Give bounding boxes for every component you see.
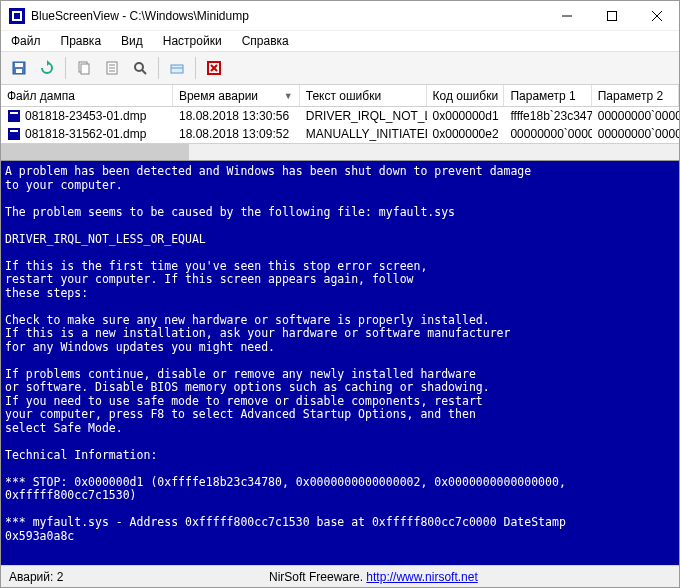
- cell-text: MANUALLY_INITIATED_...: [300, 125, 427, 143]
- cell-file: 081818-23453-01.dmp: [1, 107, 173, 125]
- copy-icon[interactable]: [72, 56, 96, 80]
- svg-rect-23: [8, 110, 20, 122]
- cell-p1: 00000000`000000: [504, 125, 591, 143]
- find-icon[interactable]: [128, 56, 152, 80]
- save-icon[interactable]: [7, 56, 31, 80]
- svg-rect-2: [14, 13, 20, 19]
- table-row[interactable]: 081818-23453-01.dmp 18.08.2018 13:30:56 …: [1, 107, 679, 125]
- col-crashtime[interactable]: Время аварии▼: [173, 85, 300, 106]
- cell-time: 18.08.2018 13:09:52: [173, 125, 300, 143]
- toolbar-separator: [158, 57, 159, 79]
- options-icon[interactable]: [165, 56, 189, 80]
- toolbar: [1, 51, 679, 85]
- cell-code: 0x000000d1: [427, 107, 505, 125]
- svg-rect-9: [16, 69, 22, 73]
- grid-body: 081818-23453-01.dmp 18.08.2018 13:30:56 …: [1, 107, 679, 143]
- application-window: BlueScreenView - C:\Windows\Minidump Фай…: [0, 0, 680, 588]
- col-param2[interactable]: Параметр 2: [592, 85, 679, 106]
- toolbar-separator: [65, 57, 66, 79]
- nirsoft-link[interactable]: http://www.nirsoft.net: [366, 570, 477, 584]
- col-param1[interactable]: Параметр 1: [504, 85, 591, 106]
- svg-rect-11: [81, 64, 89, 74]
- table-row[interactable]: 081818-31562-01.dmp 18.08.2018 13:09:52 …: [1, 125, 679, 143]
- window-title: BlueScreenView - C:\Windows\Minidump: [31, 9, 544, 23]
- col-dumpfile[interactable]: Файл дампа: [1, 85, 173, 106]
- maximize-button[interactable]: [589, 1, 634, 31]
- cell-text: DRIVER_IRQL_NOT_LESS...: [300, 107, 427, 125]
- sort-desc-icon: ▼: [284, 91, 293, 101]
- titlebar[interactable]: BlueScreenView - C:\Windows\Minidump: [1, 1, 679, 31]
- svg-rect-8: [15, 63, 23, 67]
- menu-edit[interactable]: Правка: [57, 32, 106, 50]
- scrollbar-thumb[interactable]: [1, 144, 189, 160]
- toolbar-separator: [195, 57, 196, 79]
- refresh-icon[interactable]: [35, 56, 59, 80]
- statusbar: Аварий: 2 NirSoft Freeware. http://www.n…: [1, 565, 679, 587]
- properties-icon[interactable]: [100, 56, 124, 80]
- svg-rect-4: [607, 11, 616, 20]
- svg-rect-25: [8, 128, 20, 140]
- app-icon: [9, 8, 25, 24]
- svg-rect-18: [171, 65, 183, 73]
- bsod-preview-pane: A problem has been detected and Windows …: [1, 160, 679, 565]
- col-bugcheck-code[interactable]: Код ошибки: [427, 85, 505, 106]
- exit-icon[interactable]: [202, 56, 226, 80]
- grid-header: Файл дампа Время аварии▼ Текст ошибки Ко…: [1, 85, 679, 107]
- cell-p1: ffffe18b`23c34780: [504, 107, 591, 125]
- svg-rect-26: [10, 130, 18, 132]
- cell-file: 081818-31562-01.dmp: [1, 125, 173, 143]
- menu-view[interactable]: Вид: [117, 32, 147, 50]
- dump-file-icon: [7, 127, 21, 141]
- svg-rect-24: [10, 112, 18, 114]
- col-bugcheck-string[interactable]: Текст ошибки: [300, 85, 427, 106]
- menu-settings[interactable]: Настройки: [159, 32, 226, 50]
- status-crash-count: Аварий: 2: [9, 570, 269, 584]
- svg-line-17: [142, 70, 146, 74]
- minimize-button[interactable]: [544, 1, 589, 31]
- menubar: Файл Правка Вид Настройки Справка: [1, 31, 679, 51]
- menu-file[interactable]: Файл: [7, 32, 45, 50]
- cell-p2: 00000000`000000: [592, 125, 679, 143]
- cell-time: 18.08.2018 13:30:56: [173, 107, 300, 125]
- dump-file-icon: [7, 109, 21, 123]
- cell-p2: 00000000`000000: [592, 107, 679, 125]
- horizontal-scrollbar[interactable]: [1, 143, 679, 160]
- cell-code: 0x000000e2: [427, 125, 505, 143]
- status-credit: NirSoft Freeware. http://www.nirsoft.net: [269, 570, 671, 584]
- svg-point-16: [135, 63, 143, 71]
- close-button[interactable]: [634, 1, 679, 31]
- menu-help[interactable]: Справка: [238, 32, 293, 50]
